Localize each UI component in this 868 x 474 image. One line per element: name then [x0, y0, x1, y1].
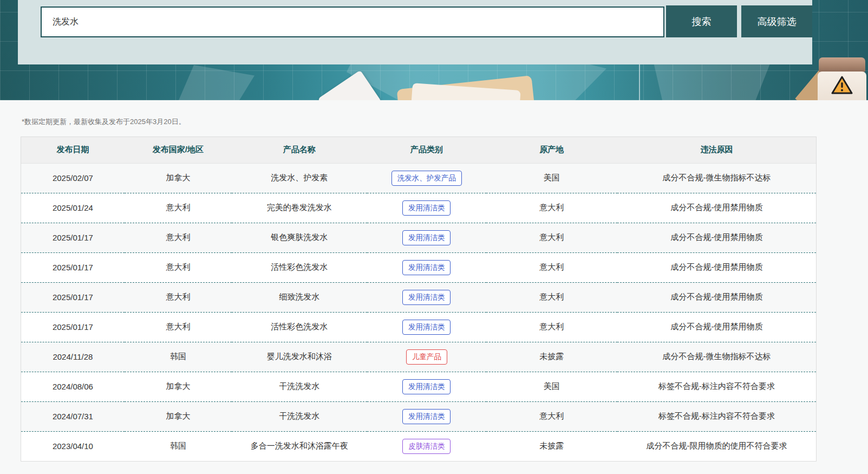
cell-date: 2024/07/31	[21, 401, 125, 431]
cell-date: 2025/01/17	[21, 282, 125, 312]
cell-country: 韩国	[125, 431, 232, 461]
cell-date: 2025/01/17	[21, 223, 125, 252]
cell-category: 发用清洁类	[367, 372, 486, 401]
category-badge[interactable]: 皮肤清洁类	[402, 439, 451, 454]
cell-reason: 成分不合规-使用禁用物质	[617, 312, 816, 342]
search-input[interactable]	[41, 7, 664, 37]
cell-category: 发用清洁类	[367, 223, 486, 252]
cell-date: 2025/01/17	[21, 252, 125, 282]
cell-reason: 成分不合规-微生物指标不达标	[617, 163, 816, 193]
data-update-note: *数据定期更新，最新收集及发布于2025年3月20日。	[22, 117, 186, 127]
category-badge[interactable]: 发用清洁类	[402, 200, 451, 216]
cell-origin: 美国	[486, 163, 617, 193]
category-badge[interactable]: 发用清洁类	[402, 409, 451, 424]
search-panel: 搜索 高级筛选	[18, 0, 812, 64]
cell-category: 发用清洁类	[367, 282, 486, 312]
table-row: 2024/11/28 韩国 婴儿洗发水和沐浴 儿童产品 未披露 成分不合规-微生…	[21, 342, 816, 372]
jar-body	[818, 72, 866, 100]
category-badge[interactable]: 儿童产品	[406, 349, 447, 365]
cell-country: 加拿大	[125, 163, 232, 193]
cell-product: 细致洗发水	[232, 282, 367, 312]
advanced-filter-button[interactable]: 高级筛选	[741, 5, 812, 37]
cell-product: 活性彩色洗发水	[232, 312, 367, 342]
cell-origin: 意大利	[486, 282, 617, 312]
cell-date: 2025/01/17	[21, 312, 125, 342]
cell-origin: 意大利	[486, 252, 617, 282]
cell-date: 2025/01/24	[21, 193, 125, 223]
cell-reason: 成分不合规-使用禁用物质	[617, 282, 816, 312]
cell-category: 发用清洁类	[367, 252, 486, 282]
cell-category: 洗发水、护发产品	[367, 163, 486, 193]
search-button[interactable]: 搜索	[666, 5, 737, 37]
header-product-name: 产品名称	[232, 137, 367, 163]
cell-origin: 意大利	[486, 312, 617, 342]
cell-country: 意大利	[125, 223, 232, 252]
table-row: 2025/01/17 意大利 银色爽肤洗发水 发用清洁类 意大利 成分不合规-使…	[21, 223, 816, 252]
table-header-row: 发布日期 发布国家/地区 产品名称 产品类别 原产地 违法原因	[21, 137, 816, 163]
cell-product: 婴儿洗发水和沐浴	[232, 342, 367, 372]
cell-origin: 意大利	[486, 401, 617, 431]
cell-date: 2024/11/28	[21, 342, 125, 372]
table-row: 2023/04/10 韩国 多合一洗发水和沐浴露午夜 皮肤清洁类 未披露 成分不…	[21, 431, 816, 461]
table-row: 2025/01/17 意大利 活性彩色洗发水 发用清洁类 意大利 成分不合规-使…	[21, 312, 816, 342]
cell-date: 2025/02/07	[21, 163, 125, 193]
header-publish-date: 发布日期	[21, 137, 125, 163]
header-product-category: 产品类别	[367, 137, 486, 163]
cell-origin: 意大利	[486, 193, 617, 223]
cell-product: 洗发水、护发素	[232, 163, 367, 193]
cell-category: 发用清洁类	[367, 401, 486, 431]
cell-product: 银色爽肤洗发水	[232, 223, 367, 252]
cell-country: 意大利	[125, 193, 232, 223]
jar-lid	[819, 57, 865, 72]
cell-date: 2023/04/10	[21, 431, 125, 461]
cell-reason: 成分不合规-使用禁用物质	[617, 252, 816, 282]
search-banner: 搜索 高级筛选	[0, 0, 868, 100]
cell-reason: 成分不合规-限用物质的使用不符合要求	[617, 431, 816, 461]
header-origin: 原产地	[486, 137, 617, 163]
table-row: 2025/01/24 意大利 完美的卷发洗发水 发用清洁类 意大利 成分不合规-…	[21, 193, 816, 223]
cell-country: 韩国	[125, 342, 232, 372]
category-badge[interactable]: 发用清洁类	[402, 290, 451, 305]
results-table-container: 发布日期 发布国家/地区 产品名称 产品类别 原产地 违法原因 2025/02/…	[21, 137, 817, 462]
cell-reason: 成分不合规-使用禁用物质	[617, 223, 816, 252]
cell-product: 活性彩色洗发水	[232, 252, 367, 282]
header-violation-reason: 违法原因	[617, 137, 816, 163]
warning-triangle-icon	[831, 75, 853, 98]
cell-reason: 成分不合规-微生物指标不达标	[617, 342, 816, 372]
cell-product: 完美的卷发洗发水	[232, 193, 367, 223]
cell-country: 意大利	[125, 252, 232, 282]
cell-country: 意大利	[125, 312, 232, 342]
cell-country: 意大利	[125, 282, 232, 312]
cell-category: 发用清洁类	[367, 193, 486, 223]
cell-product: 多合一洗发水和沐浴露午夜	[232, 431, 367, 461]
table-row: 2025/01/17 意大利 细致洗发水 发用清洁类 意大利 成分不合规-使用禁…	[21, 282, 816, 312]
cell-product: 干洗洗发水	[232, 372, 367, 401]
category-badge[interactable]: 洗发水、护发产品	[391, 171, 462, 186]
table-row: 2025/02/07 加拿大 洗发水、护发素 洗发水、护发产品 美国 成分不合规…	[21, 163, 816, 193]
cell-category: 儿童产品	[367, 342, 486, 372]
cell-category: 发用清洁类	[367, 312, 486, 342]
cell-date: 2024/08/06	[21, 372, 125, 401]
cell-reason: 标签不合规-标注内容不符合要求	[617, 401, 816, 431]
category-badge[interactable]: 发用清洁类	[402, 379, 451, 394]
map-shape	[179, 65, 254, 100]
cosmetic-jar-illustration	[818, 57, 866, 100]
category-badge[interactable]: 发用清洁类	[402, 260, 451, 275]
cell-origin: 意大利	[486, 223, 617, 252]
table-row: 2024/07/31 加拿大 干洗洗发水 发用清洁类 意大利 标签不合规-标注内…	[21, 401, 816, 431]
table-row: 2025/01/17 意大利 活性彩色洗发水 发用清洁类 意大利 成分不合规-使…	[21, 252, 816, 282]
cell-product: 干洗洗发水	[232, 401, 367, 431]
cell-category: 皮肤清洁类	[367, 431, 486, 461]
table-row: 2024/08/06 加拿大 干洗洗发水 发用清洁类 美国 标签不合规-标注内容…	[21, 372, 816, 401]
results-table: 发布日期 发布国家/地区 产品名称 产品类别 原产地 违法原因 2025/02/…	[21, 137, 816, 461]
cell-origin: 未披露	[486, 342, 617, 372]
cell-reason: 成分不合规-使用禁用物质	[617, 193, 816, 223]
cell-origin: 美国	[486, 372, 617, 401]
category-badge[interactable]: 发用清洁类	[402, 320, 451, 335]
category-badge[interactable]: 发用清洁类	[402, 230, 451, 245]
cell-country: 加拿大	[125, 401, 232, 431]
header-country: 发布国家/地区	[125, 137, 232, 163]
cell-origin: 未披露	[486, 431, 617, 461]
cell-reason: 标签不合规-标注内容不符合要求	[617, 372, 816, 401]
cell-country: 加拿大	[125, 372, 232, 401]
